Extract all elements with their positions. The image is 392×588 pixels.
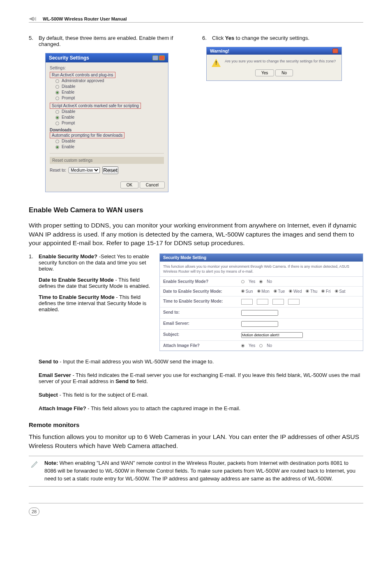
subject-input[interactable]	[241, 332, 303, 338]
radio-wed[interactable]	[289, 289, 292, 293]
reset-section: Reset custom settings	[50, 157, 164, 164]
no-button[interactable]: No	[275, 69, 293, 76]
group-activex-run: Run ActiveX controls and plug-ins	[50, 72, 115, 78]
time-box-4[interactable]	[288, 299, 300, 305]
row-date: Date to Enable Security Mode:	[160, 287, 238, 296]
section-remote-monitors: Remote monitors	[29, 421, 363, 428]
security-settings-dialog: Security Settings Settings: Run ActiveX …	[45, 53, 168, 192]
section-enable-webcam: Enable Web Camera to WAN users	[29, 206, 363, 214]
step-1-num: 1.	[29, 253, 36, 272]
pencil-icon	[30, 459, 39, 483]
radio-yes[interactable]	[241, 280, 244, 283]
help-icon[interactable]	[152, 55, 158, 60]
sendto-input[interactable]	[241, 310, 278, 316]
row-subject: Subject:	[160, 330, 238, 340]
settings-label: Settings:	[50, 66, 164, 70]
section-remote-monitors-para: This function allows you to monitor up t…	[29, 432, 363, 450]
radio-prompt-2[interactable]	[55, 122, 59, 125]
radio-enable-2[interactable]	[55, 116, 59, 119]
radio-thu[interactable]	[306, 289, 309, 293]
radio-admin[interactable]	[55, 79, 59, 83]
dialog-title: Security Settings	[49, 55, 89, 61]
note-block: Note: When enabling "LAN and WAN" remote…	[29, 456, 363, 487]
emailserver-input[interactable]	[241, 321, 278, 327]
radio-no[interactable]	[259, 280, 263, 283]
ok-button[interactable]: OK	[120, 181, 138, 188]
step1-split: 1. Enable Security Mode? -Select Yes to …	[29, 253, 363, 351]
panel-title: Security Mode Setting	[160, 254, 363, 262]
radio-sun[interactable]	[241, 289, 244, 293]
time-box-2[interactable]	[257, 299, 268, 305]
row-sendto: Send to:	[160, 308, 238, 318]
radio-disable-2[interactable]	[55, 110, 59, 114]
radio-mon[interactable]	[257, 289, 261, 293]
step-6-text: Click Yes to change the security setting…	[212, 35, 363, 41]
radio-enable-3[interactable]	[55, 145, 59, 149]
steps-row: 5. By default, these three items are ena…	[29, 35, 363, 192]
radio-tue[interactable]	[274, 289, 277, 293]
step-6-num: 6.	[202, 35, 210, 41]
step-5-text: By default, these three items are enable…	[39, 35, 190, 47]
cancel-button[interactable]: Cancel	[140, 181, 165, 188]
group-auto-prompt: Automatic prompting for file downloads	[50, 132, 125, 138]
radio-sat[interactable]	[335, 289, 338, 293]
page-number: 28	[29, 508, 39, 516]
warning-message: Are you sure you want to change the secu…	[225, 59, 337, 64]
row-enable-mode: Enable Security Mode?	[160, 277, 238, 286]
time-box-1[interactable]	[241, 299, 253, 305]
radio-disable[interactable]	[55, 85, 59, 89]
note-text: Note: When enabling "LAN and WAN" remote…	[44, 459, 362, 483]
row-date-opts: Sun Mon Tue Wed Thu Fri Sat	[238, 287, 363, 296]
step-5: 5. By default, these three items are ena…	[29, 35, 190, 192]
radio-attach-no[interactable]	[259, 344, 263, 347]
reset-to-label: Reset to:	[50, 168, 66, 172]
logo-arrow-icon	[29, 17, 39, 21]
security-mode-setting-panel: Security Mode Setting This function allo…	[159, 253, 363, 351]
step-1-desc: Enable Security Mode? -Select Yes to ena…	[39, 253, 152, 272]
close-icon[interactable]	[159, 55, 165, 60]
warning-icon	[212, 59, 221, 67]
manual-title: WL-500W Wireless Router User Manual	[43, 16, 127, 21]
close-icon[interactable]	[332, 48, 338, 53]
warning-dialog: Warning! Are you sure you want to change…	[206, 47, 342, 81]
radio-enable[interactable]	[55, 91, 59, 94]
group-script-activex: Script ActiveX controls marked safe for …	[50, 103, 141, 109]
warning-title: Warning!	[210, 48, 229, 53]
reset-select[interactable]: Medium-low	[69, 167, 100, 173]
reset-button[interactable]: Reset	[102, 166, 118, 174]
radio-disable-3[interactable]	[55, 140, 59, 143]
downloads-group: Downloads	[50, 128, 164, 132]
row-emailserver: Email Server:	[160, 319, 238, 329]
radio-prompt[interactable]	[55, 96, 59, 100]
row-attach: Attach Image File?	[160, 341, 238, 350]
section-enable-webcam-para: With proper setting to DDNS, you can mon…	[29, 221, 363, 248]
radio-attach-yes[interactable]	[241, 344, 244, 347]
page-footer: 28	[29, 503, 363, 516]
panel-desc: This function allows you to monitor your…	[160, 262, 363, 277]
step-6: 6. Click Yes to change the security sett…	[202, 35, 363, 192]
row-time: Time to Enable Security Mode:	[160, 296, 238, 307]
dialog-window-buttons	[152, 55, 165, 60]
radio-fri[interactable]	[321, 289, 325, 293]
step-5-num: 5.	[29, 35, 36, 47]
page-header: WL-500W Wireless Router User Manual	[29, 16, 363, 23]
yes-button[interactable]: Yes	[255, 69, 274, 76]
time-box-3[interactable]	[272, 299, 284, 305]
